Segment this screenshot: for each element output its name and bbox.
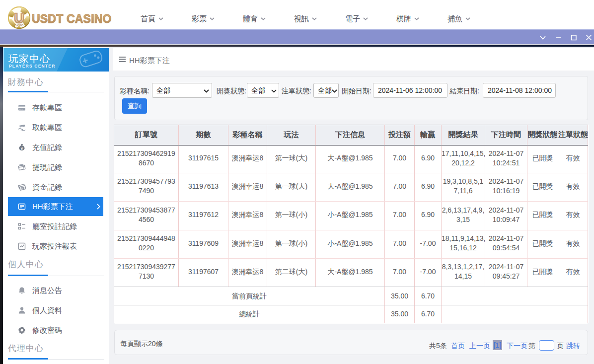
svg-text:¥: ¥ [21, 146, 23, 151]
svg-text:CASINO: CASINO [15, 24, 24, 27]
svg-text:U: U [14, 10, 24, 26]
